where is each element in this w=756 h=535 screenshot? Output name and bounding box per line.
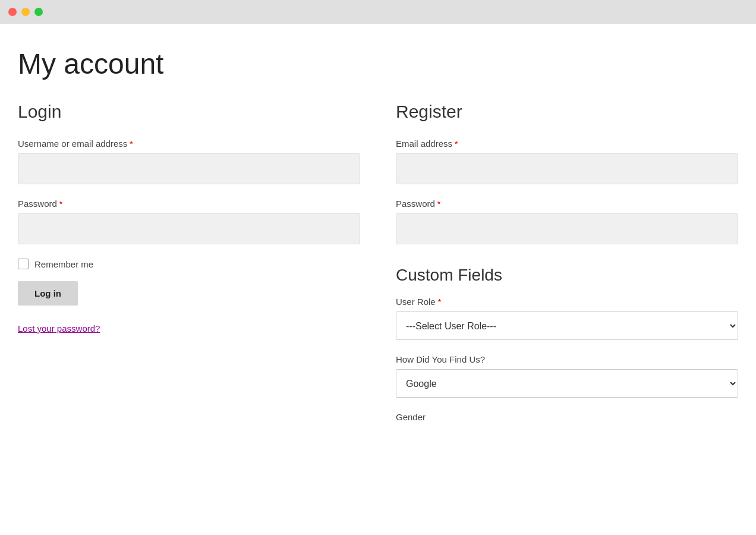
gender-label: Gender — [396, 412, 738, 422]
login-password-required-star: * — [59, 199, 62, 209]
page-title: My account — [18, 48, 738, 80]
register-password-required-star: * — [437, 199, 440, 209]
username-label: Username or email address * — [18, 139, 360, 149]
register-section: Register Email address * Password * Cust… — [396, 102, 738, 436]
register-email-field-group: Email address * — [396, 139, 738, 184]
gender-field-group: Gender — [396, 412, 738, 422]
lost-password-link[interactable]: Lost your password? — [18, 323, 360, 333]
username-input[interactable] — [18, 153, 360, 184]
user-role-select[interactable]: ---Select User Role--- — [396, 311, 738, 340]
page-content: My account Login Username or email addre… — [0, 24, 756, 535]
login-section-title: Login — [18, 102, 360, 122]
maximize-button[interactable] — [34, 8, 43, 16]
register-password-field-group: Password * — [396, 199, 738, 244]
login-password-label: Password * — [18, 199, 360, 209]
remember-me-row: Remember me — [18, 259, 360, 269]
login-password-input[interactable] — [18, 213, 360, 244]
two-column-layout: Login Username or email address * Passwo… — [18, 102, 738, 436]
register-password-input[interactable] — [396, 213, 738, 244]
login-button[interactable]: Log in — [18, 281, 78, 306]
close-button[interactable] — [8, 8, 17, 16]
user-role-required-star: * — [438, 297, 441, 307]
register-section-title: Register — [396, 102, 738, 122]
register-email-required-star: * — [455, 139, 458, 149]
register-email-input[interactable] — [396, 153, 738, 184]
login-password-field-group: Password * — [18, 199, 360, 244]
how-find-us-field-group: How Did You Find Us? Google Social Media… — [396, 354, 738, 398]
user-role-label: User Role * — [396, 297, 738, 307]
register-email-label: Email address * — [396, 139, 738, 149]
custom-fields-title: Custom Fields — [396, 266, 738, 285]
remember-me-checkbox[interactable] — [18, 259, 29, 269]
remember-me-label: Remember me — [34, 259, 93, 269]
login-section: Login Username or email address * Passwo… — [18, 102, 360, 436]
register-password-label: Password * — [396, 199, 738, 209]
title-bar — [0, 0, 756, 24]
username-required-star: * — [130, 139, 133, 149]
minimize-button[interactable] — [21, 8, 30, 16]
username-field-group: Username or email address * — [18, 139, 360, 184]
how-find-us-select[interactable]: Google Social Media Friend Other — [396, 369, 738, 398]
how-find-us-label: How Did You Find Us? — [396, 354, 738, 364]
user-role-field-group: User Role * ---Select User Role--- — [396, 297, 738, 340]
